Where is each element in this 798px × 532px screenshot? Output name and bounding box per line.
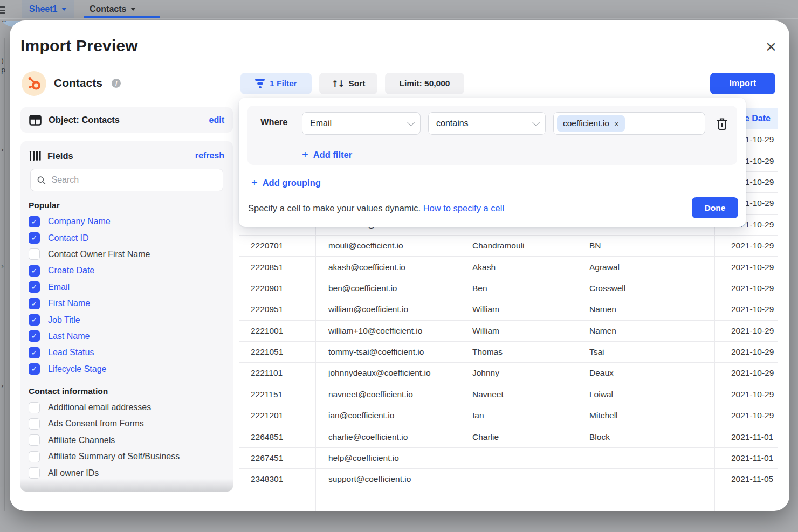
field-checkbox-row[interactable]: Contact Owner First Name xyxy=(20,246,233,262)
checkbox-checked-icon[interactable]: ✓ xyxy=(29,216,40,227)
field-label: Email xyxy=(48,282,70,292)
field-checkbox-row[interactable]: ✓Contact ID xyxy=(20,230,233,246)
table-cell: Mitchell xyxy=(577,405,714,426)
chip-label: coefficient.io xyxy=(563,119,609,128)
add-grouping-link[interactable]: + Add grouping xyxy=(251,177,321,189)
tab-bar-bottom-edge xyxy=(0,18,798,19)
checkbox-checked-icon[interactable]: ✓ xyxy=(29,232,40,244)
filter-operator-value: contains xyxy=(436,119,469,128)
field-checkbox-row[interactable]: ✓Company Name xyxy=(20,213,233,230)
filter-value-input[interactable]: coefficient.io × xyxy=(553,112,705,135)
all-sheets-menu-icon[interactable] xyxy=(0,6,5,14)
background-sheet-fragment: ) xyxy=(1,57,4,65)
checkbox-checked-icon[interactable]: ✓ xyxy=(29,281,40,293)
where-label: Where xyxy=(260,117,287,127)
checkbox-unchecked-icon[interactable] xyxy=(29,402,40,413)
scroll-fade xyxy=(20,479,233,492)
field-group-title: Contact information xyxy=(29,386,233,396)
table-cell: Ben xyxy=(456,278,577,299)
info-icon[interactable]: i xyxy=(112,79,121,88)
table-cell xyxy=(456,448,577,468)
table-cell: 2021-11-01 xyxy=(714,448,778,468)
field-label: Affiliate Channels xyxy=(48,436,115,445)
done-button[interactable]: Done xyxy=(692,197,738,218)
table-row: 2221101johnnydeaux@coefficient.ioJohnnyD… xyxy=(239,363,778,384)
object-card: Object: Contacts edit xyxy=(20,107,233,133)
sort-icon: ↑↓ xyxy=(332,79,344,89)
table-cell: 2267451 xyxy=(239,448,315,468)
chevron-down-icon[interactable] xyxy=(61,8,67,11)
object-card-label: Object: Contacts xyxy=(49,115,202,125)
table-cell: BN xyxy=(577,236,714,256)
field-checkbox-row[interactable]: Affiliate Channels xyxy=(20,432,233,448)
field-label: Ads Consent from Forms xyxy=(48,419,144,429)
table-cell: 2021-10-29 xyxy=(714,236,778,256)
fields-refresh-link[interactable]: refresh xyxy=(195,151,224,161)
table-cell: ben@coefficient.io xyxy=(315,278,456,299)
table-cell: 2021-10-29 xyxy=(714,405,778,426)
table-cell: William xyxy=(456,299,577,320)
checkbox-checked-icon[interactable]: ✓ xyxy=(29,314,40,326)
field-label: Last Name xyxy=(48,331,90,341)
field-checkbox-row[interactable]: ✓Lead Status xyxy=(20,344,233,361)
add-filter-link[interactable]: + Add filter xyxy=(302,149,352,161)
delete-filter-button[interactable] xyxy=(716,117,728,133)
checkbox-checked-icon[interactable]: ✓ xyxy=(29,347,40,358)
checkbox-checked-icon[interactable]: ✓ xyxy=(29,298,40,309)
field-checkbox-row[interactable]: ✓Email xyxy=(20,279,233,295)
field-checkbox-row[interactable]: ✓Job Title xyxy=(20,312,233,328)
table-row: 2221151navneet@coefficient.ioNavneetLoiw… xyxy=(239,384,778,405)
limit-button[interactable]: Limit: 50,000 xyxy=(385,73,464,94)
checkbox-checked-icon[interactable]: ✓ xyxy=(29,265,40,277)
table-cell: Namen xyxy=(577,299,714,320)
field-checkbox-row[interactable]: Ads Consent from Forms xyxy=(20,416,233,432)
table-cell: 2348301 xyxy=(239,469,315,489)
sort-button[interactable]: ↑↓ Sort xyxy=(319,73,377,94)
table-cell: Crosswell xyxy=(577,278,714,299)
field-label: Company Name xyxy=(48,217,111,226)
field-checkbox-row[interactable]: ✓Last Name xyxy=(20,328,233,344)
search-icon xyxy=(37,176,46,185)
checkbox-unchecked-icon[interactable] xyxy=(29,248,40,260)
chevron-down-icon[interactable] xyxy=(130,8,136,11)
filter-operator-dropdown[interactable]: contains xyxy=(428,112,546,135)
search-input[interactable] xyxy=(51,175,216,185)
filter-field-dropdown[interactable]: Email xyxy=(302,112,421,135)
fields-panel: Fields refresh Popular✓Company Name✓Cont… xyxy=(20,141,233,492)
table-cell: Block xyxy=(577,426,714,447)
filter-value-chip: coefficient.io × xyxy=(557,115,625,132)
how-to-specify-link[interactable]: How to specify a cell xyxy=(423,203,504,213)
checkbox-unchecked-icon[interactable] xyxy=(29,418,40,430)
table-object-icon xyxy=(29,115,42,126)
checkbox-unchecked-icon[interactable] xyxy=(29,434,40,446)
sheet-tab-sheet1[interactable]: Sheet1 xyxy=(22,0,74,18)
dynamic-cell-hint: Specify a cell to make your values dynam… xyxy=(248,203,504,213)
field-checkbox-row[interactable]: ✓Create Date xyxy=(20,262,233,279)
field-checkbox-row[interactable]: ✓First Name xyxy=(20,295,233,312)
close-icon[interactable]: × xyxy=(760,36,782,57)
table-cell: Chandramouli xyxy=(456,236,577,256)
field-checkbox-row[interactable]: ✓Lifecycle Stage xyxy=(20,361,233,377)
table-cell xyxy=(239,490,315,511)
fields-panel-title: Fields xyxy=(47,151,189,161)
table-cell: johnnydeaux@coefficient.io xyxy=(315,363,456,383)
checkbox-unchecked-icon[interactable] xyxy=(29,467,40,479)
field-group-title: Popular xyxy=(29,201,233,210)
checkbox-checked-icon[interactable]: ✓ xyxy=(29,330,40,342)
checkbox-checked-icon[interactable]: ✓ xyxy=(29,363,40,375)
table-cell xyxy=(577,448,714,468)
object-edit-link[interactable]: edit xyxy=(209,115,224,125)
table-cell: mouli@coefficient.io xyxy=(315,236,456,256)
field-checkbox-row[interactable]: Additional email addresses xyxy=(20,399,233,416)
limit-button-label: Limit: 50,000 xyxy=(400,79,450,88)
import-button[interactable]: Import xyxy=(710,73,775,94)
chip-remove-icon[interactable]: × xyxy=(614,119,619,128)
fields-search[interactable] xyxy=(30,169,223,191)
add-filter-label: Add filter xyxy=(313,150,352,160)
hint-text: Specify a cell to make your values dynam… xyxy=(248,203,423,213)
field-checkbox-row[interactable]: Affiliate Summary of Self/Business xyxy=(20,448,233,465)
filter-condition-panel: Where Email contains coefficient.io × + xyxy=(247,106,737,165)
filter-button[interactable]: 1 Filter xyxy=(240,73,312,94)
table-row: 2267451help@coefficient.io2021-11-01 xyxy=(239,448,778,469)
checkbox-unchecked-icon[interactable] xyxy=(29,451,40,462)
